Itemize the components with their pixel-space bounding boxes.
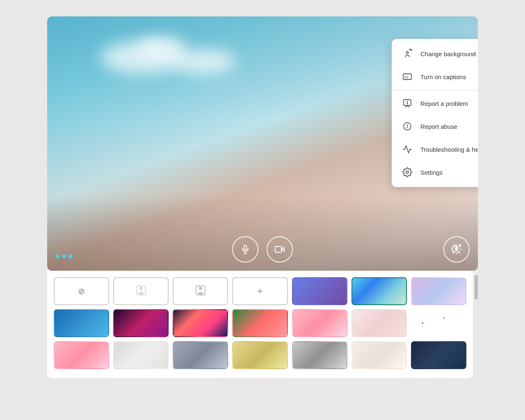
menu-item-troubleshooting[interactable]: Troubleshooting & help: [392, 138, 478, 161]
thumbnail-nebula[interactable]: [113, 309, 169, 337]
background-panel: ⊘: [47, 271, 473, 378]
scrollbar[interactable]: [475, 271, 478, 299]
thumbnails-row-3: [54, 341, 466, 369]
cc-icon: CC: [402, 71, 413, 82]
thumbnails-row-2: [54, 309, 466, 337]
menu-label-troubleshooting: Troubleshooting & help: [420, 146, 478, 153]
no-background-icon: ⊘: [78, 286, 85, 296]
svg-point-25: [138, 292, 144, 295]
background-change-button[interactable]: [443, 236, 470, 262]
menu-label-change-background: Change background: [420, 50, 476, 57]
menu-label-report-abuse: Report abuse: [420, 123, 457, 130]
svg-point-10: [406, 52, 409, 54]
dot-1: [55, 254, 59, 258]
svg-rect-0: [244, 245, 247, 250]
svg-point-28: [198, 292, 203, 295]
svg-marker-3: [281, 247, 284, 251]
media-controls: [232, 236, 293, 262]
thumbnail-pink-flowers[interactable]: [54, 341, 109, 369]
thumbnail-beach[interactable]: [352, 277, 407, 305]
blur-slight-icon: [135, 284, 147, 299]
menu-divider-1: [392, 90, 478, 90]
svg-line-7: [460, 244, 461, 245]
context-menu: Change background CC Turn on captions: [392, 39, 478, 187]
menu-item-report-problem[interactable]: Report a problem: [392, 92, 478, 115]
thumbnail-gradient-purple[interactable]: [292, 277, 347, 305]
troubleshoot-icon: [402, 144, 413, 155]
thumbnail-water[interactable]: [54, 309, 109, 337]
thumbnail-flowers[interactable]: [232, 309, 288, 337]
microphone-button[interactable]: [232, 236, 258, 262]
dot-3: [68, 254, 73, 258]
svg-point-22: [407, 128, 408, 128]
menu-item-change-background[interactable]: Change background: [392, 42, 478, 65]
thumbnails-row-1: ⊘: [54, 277, 466, 305]
thumbnail-office[interactable]: [113, 341, 169, 369]
upload-icon: +: [258, 286, 263, 297]
thumbnail-home[interactable]: [352, 341, 407, 369]
settings-icon: [402, 167, 413, 178]
thumbnail-blur-slight[interactable]: [113, 277, 169, 305]
blur-full-icon: [194, 284, 207, 299]
svg-point-23: [406, 171, 409, 173]
svg-text:CC: CC: [404, 76, 409, 79]
thumbnail-purple-clouds[interactable]: [411, 277, 466, 305]
video-area: Change background CC Turn on captions: [47, 16, 478, 271]
menu-item-settings[interactable]: Settings: [392, 161, 478, 184]
thumbnail-cherry-blossom[interactable]: [292, 309, 347, 337]
thumbnail-fireworks[interactable]: [173, 309, 228, 337]
report-problem-icon: [402, 98, 413, 109]
thumbnail-concrete[interactable]: [173, 341, 228, 369]
svg-rect-4: [275, 247, 281, 252]
dots-indicator: [55, 254, 73, 258]
bg-icon: [402, 48, 413, 59]
report-abuse-icon: [402, 121, 413, 132]
scrollbar-thumb[interactable]: [475, 275, 478, 299]
thumbnail-dots-pattern[interactable]: [411, 309, 466, 337]
thumbnail-library[interactable]: [292, 341, 347, 369]
menu-label-settings: Settings: [420, 169, 443, 176]
thumbnail-blur-full[interactable]: [173, 277, 228, 305]
menu-label-turn-on-captions: Turn on captions: [420, 73, 466, 80]
camera-button[interactable]: [267, 236, 293, 262]
menu-item-turn-on-captions[interactable]: CC Turn on captions: [392, 65, 478, 88]
svg-point-19: [407, 104, 408, 104]
thumbnail-upload[interactable]: +: [232, 277, 288, 305]
main-container: Change background CC Turn on captions: [47, 16, 478, 378]
menu-label-report-problem: Report a problem: [420, 100, 468, 107]
thumbnail-pink-light[interactable]: [352, 309, 407, 337]
thumbnail-light-room[interactable]: [232, 341, 288, 369]
svg-point-27: [199, 287, 202, 290]
dot-2: [62, 254, 66, 258]
menu-item-report-abuse[interactable]: Report abuse: [392, 115, 478, 138]
cloud-decoration-3: [137, 37, 187, 57]
svg-point-24: [139, 287, 143, 290]
thumbnail-no-background[interactable]: ⊘: [54, 277, 109, 305]
thumbnail-night-city[interactable]: [411, 341, 466, 369]
